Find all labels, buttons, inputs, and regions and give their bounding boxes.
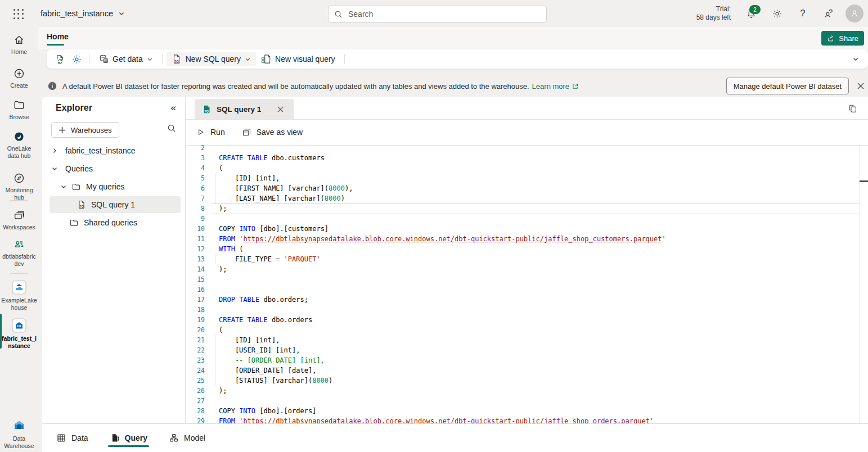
sql-file-icon: SQL [77, 200, 86, 209]
share-button[interactable]: Share [821, 31, 864, 46]
view-tab-label: Data [71, 433, 88, 442]
new-visual-query-label: New visual query [275, 55, 335, 64]
nav-rail-item-examplelakehouse[interactable]: ExampleLakehouse [0, 280, 38, 311]
tab-sql-query-1[interactable]: SQL SQL query 1 [195, 99, 294, 119]
nav-rail-item-onelake-data-hub[interactable]: OneLake data hub [0, 130, 38, 160]
search-input[interactable] [347, 9, 546, 19]
nav-rail-item-fabric-test-instance[interactable]: fabric_test_instance [0, 318, 38, 350]
workspace-title-dropdown[interactable]: fabric_test_instance [41, 0, 125, 27]
line-number: 2 [186, 145, 205, 153]
content-area: Explorer « Warehouses fabric_test_instan… [42, 97, 868, 424]
code-line: 8); [186, 204, 868, 214]
copy-icon [848, 104, 858, 114]
explorer-search-button[interactable] [167, 124, 176, 133]
run-label: Run [210, 128, 225, 137]
line-number: 22 [186, 345, 205, 355]
nav-rail-label: dbtlabsfabricdev [0, 253, 38, 268]
view-switcher-bar: DataQueryModel [42, 424, 868, 452]
line-number: 8 [186, 204, 205, 214]
ribbon-tab-home[interactable]: Home [47, 32, 69, 41]
view-tab-query[interactable]: Query [110, 424, 147, 452]
selected-indicator [0, 314, 2, 349]
gear-blue-icon [71, 54, 82, 65]
top-bar-actions: Trial: 58 days left 2 ? [696, 0, 863, 27]
nav-rail-item-create[interactable]: Create [0, 67, 38, 89]
code-line: 23 -- [ORDER_DATE] [int], [186, 355, 868, 365]
code-line: 17DROP TABLE dbo.orders; [186, 295, 868, 305]
banner-close-button[interactable] [852, 78, 868, 94]
code-text: FILE_TYPE = 'PARQUET' [219, 254, 321, 264]
code-line: 19CREATE TABLE dbo.orders [186, 315, 868, 325]
settings-button[interactable] [768, 4, 786, 22]
chevron-down-icon[interactable] [51, 165, 60, 172]
nav-rail-item-data-warehouse[interactable]: Data Warehouse [0, 418, 38, 450]
nav-rail-item-monitoring-hub[interactable]: Monitoring hub [0, 172, 38, 201]
line-number: 6 [186, 183, 205, 193]
banner-message: A default Power BI dataset for faster re… [62, 82, 529, 91]
get-data-button[interactable]: Get data [93, 52, 158, 66]
fabric-app-window: fabric_test_instance Trial: 58 days left… [0, 0, 868, 452]
editor-tab-bar: SQL SQL query 1 [186, 97, 868, 120]
tree-item-queries[interactable]: Queries [42, 160, 185, 178]
tree-item-fabric-test-instance[interactable]: fabric_test_instance [42, 142, 185, 160]
ribbon-divider [89, 54, 89, 64]
nav-rail-item-dbtlabsfabricdev[interactable]: dbtlabsfabricdev [0, 238, 38, 268]
copy-query-button[interactable] [845, 101, 860, 116]
person-icon [849, 8, 860, 19]
feedback-button[interactable] [820, 4, 838, 22]
rail-divider [10, 273, 28, 274]
folder-icon [71, 182, 81, 192]
home-icon [0, 34, 38, 46]
collapse-explorer-button[interactable]: « [171, 102, 176, 114]
tab-title: SQL query 1 [217, 105, 261, 114]
line-number: 24 [186, 365, 205, 376]
nav-rail-label: Home [0, 48, 38, 56]
learn-more-link[interactable]: Learn more [532, 82, 579, 91]
lakehouse-icon [0, 280, 38, 295]
chevron-down-icon [245, 56, 251, 62]
workspace-people-icon [0, 238, 38, 251]
nav-rail-item-browse[interactable]: Browse [0, 99, 38, 121]
code-text: ); [219, 386, 227, 396]
new-sql-query-button[interactable]: SQL New SQL query [167, 52, 256, 66]
warehouse-settings-button[interactable] [68, 52, 85, 66]
share-icon [827, 34, 835, 43]
trial-status: Trial: 58 days left [696, 5, 731, 22]
info-icon [48, 82, 57, 91]
notifications-button[interactable]: 2 [742, 4, 760, 22]
new-visual-query-button[interactable]: New visual query [256, 52, 340, 66]
report-refresh-icon [55, 54, 65, 65]
code-line: 14); [186, 264, 868, 274]
manage-dataset-button[interactable]: Manage default Power BI dataset [726, 78, 849, 94]
app-launcher-icon[interactable] [12, 8, 25, 20]
code-text: [USER_ID] [int], [219, 345, 300, 355]
global-search [328, 6, 547, 22]
chevron-down-icon [118, 10, 125, 17]
tree-item-my-queries[interactable]: My queries [42, 178, 185, 196]
tab-close-button[interactable] [274, 103, 286, 115]
view-tab-model[interactable]: Model [169, 424, 205, 452]
save-as-view-button[interactable]: Save as view [242, 128, 303, 137]
chevron-down-icon[interactable] [60, 183, 69, 190]
tree-item-sql-query-1[interactable]: SQLSQL query 1 [42, 196, 185, 214]
collapse-ribbon-button[interactable] [852, 56, 859, 62]
tree-item-shared-queries[interactable]: Shared queries [42, 214, 185, 232]
help-button[interactable]: ? [794, 4, 812, 22]
data-warehouse-icon [0, 418, 38, 433]
code-text: COPY INTO [dbo].[orders] [219, 406, 316, 416]
user-avatar[interactable] [845, 4, 863, 22]
nav-rail-item-home[interactable]: Home [0, 34, 38, 56]
code-line: 29FROM 'https://dbtlabsynapsedatalake.bl… [186, 416, 868, 423]
ribbon-divider [344, 54, 345, 64]
new-report-button[interactable] [51, 52, 68, 66]
nav-rail-item-workspaces[interactable]: Workspaces [0, 209, 38, 231]
code-text: [FIRST_NAME] [varchar](8000), [219, 183, 353, 193]
code-text: ( [219, 163, 223, 173]
view-tab-data[interactable]: Data [56, 424, 88, 452]
run-button[interactable]: Run [196, 128, 225, 137]
add-warehouses-button[interactable]: Warehouses [51, 122, 119, 138]
chevron-right-icon[interactable] [51, 147, 60, 154]
new-sql-query-label: New SQL query [186, 55, 241, 64]
code-text: ( [219, 325, 223, 335]
sql-code-editor[interactable]: 23CREATE TABLE dbo.customers4(5 [ID] [in… [186, 145, 868, 423]
